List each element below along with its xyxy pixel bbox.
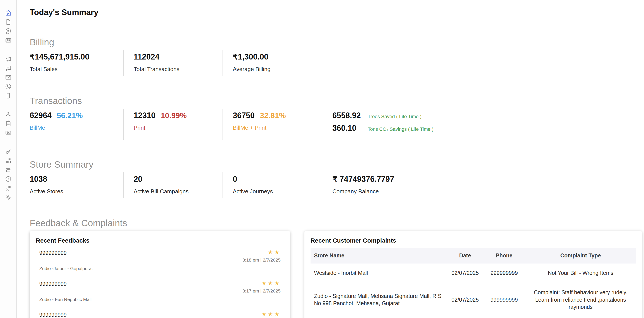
sidebar-item-mobile[interactable] <box>4 92 12 99</box>
feedback-complaints-section: Feedback & Complaints Recent Feedbacks 9… <box>30 218 644 318</box>
sidebar-item-settings[interactable] <box>4 193 12 201</box>
store-summary-section: Store Summary 1038 Active Stores 20 Acti… <box>30 159 644 198</box>
company-balance-stat: ₹ 74749376.7797 Company Balance <box>322 172 644 198</box>
star-rating-icon: ★★ <box>242 249 280 256</box>
star-rating-icon: ★★★ <box>242 280 280 287</box>
billme-print-percent: 32.81% <box>260 111 286 120</box>
average-billing-label: Average Billing <box>233 66 322 73</box>
total-transactions-stat: 112024 Total Transactions <box>124 50 222 76</box>
feedback-list-item: 999999999 - Zudio - Fun Republic Mall ★★… <box>36 276 284 307</box>
column-header-store-name: Store Name <box>310 248 447 264</box>
sidebar-item-campaigns[interactable] <box>4 55 12 63</box>
print-percent: 10.99% <box>161 111 187 120</box>
co2-savings-label: Tons CO₂ Savings ( Life Time ) <box>368 126 434 132</box>
star-rating-icon: ★★★ <box>242 311 280 318</box>
recent-complaints-card: Recent Customer Complaints Store Name Da… <box>304 231 642 318</box>
sidebar-item-home[interactable] <box>4 9 12 16</box>
sidebar <box>0 0 16 318</box>
trees-saved-value: 6558.92 <box>332 111 365 120</box>
billme-label[interactable]: BillMe <box>30 125 124 131</box>
total-sales-stat: ₹145,671,915.00 Total Sales <box>30 50 124 76</box>
page-title: Today's Summary <box>30 8 644 17</box>
complaint-type: Not Your Bill - Wrong Number <box>525 317 636 318</box>
total-sales-label: Total Sales <box>30 66 124 73</box>
mobile-phone-icon <box>5 92 12 99</box>
sidebar-item-stores[interactable] <box>4 166 12 173</box>
active-stores-label: Active Stores <box>30 188 124 195</box>
sidebar-item-contacts[interactable] <box>4 37 12 44</box>
coupon-ticket-icon <box>5 129 12 136</box>
active-stores-value: 1038 <box>30 174 124 184</box>
complaint-type: Not Your Bill - Wrong Items <box>525 264 636 283</box>
survey-clipboard-icon <box>5 120 12 127</box>
active-bill-campaigns-value: 20 <box>134 174 222 184</box>
billing-section: Billing ₹145,671,915.00 Total Sales 1120… <box>30 37 644 76</box>
column-header-complaint-type: Complaint Type <box>525 248 636 264</box>
active-bill-campaigns-stat: 20 Active Bill Campaigns <box>124 172 222 198</box>
active-journeys-value: 0 <box>233 174 322 184</box>
table-row: Westside - Light Ashirwad High Street 02… <box>310 317 636 318</box>
sidebar-item-media[interactable] <box>4 175 12 183</box>
sidebar-item-sms[interactable] <box>4 64 12 72</box>
feedback-meta: ★★ 3:18 pm | 2/7/2025 <box>242 249 280 263</box>
complaint-phone: 999999999 <box>483 317 526 318</box>
transactions-heading: Transactions <box>30 96 644 106</box>
company-balance-value: ₹ 74749376.7797 <box>332 174 644 184</box>
sidebar-item-integrations[interactable] <box>4 157 12 164</box>
transactions-section: Transactions 6296456.21% BillMe 1231010.… <box>30 96 644 140</box>
billing-stats-row: ₹145,671,915.00 Total Sales 112024 Total… <box>30 50 644 76</box>
transactions-stats-row: 6296456.21% BillMe 1231010.99% Print 367… <box>30 109 644 140</box>
feedback-chat-heart-icon <box>5 28 12 35</box>
print-transactions-stat: 1231010.99% Print <box>124 109 222 140</box>
total-sales-value: ₹145,671,915.00 <box>30 52 124 61</box>
complaint-phone: 999999999 <box>483 264 526 283</box>
sidebar-item-guide[interactable] <box>4 184 12 192</box>
table-row: Westside - Inorbit Mall 02/07/2025 99999… <box>310 264 636 283</box>
billme-print-label[interactable]: BillMe + Print <box>233 125 322 131</box>
complaint-store: Westside - Inorbit Mall <box>310 264 447 283</box>
total-transactions-label: Total Transactions <box>134 66 222 73</box>
print-label[interactable]: Print <box>134 125 222 131</box>
sidebar-item-feedback[interactable] <box>4 27 12 35</box>
sidebar-item-api-keys[interactable] <box>4 148 12 155</box>
store-icon <box>5 166 12 173</box>
sidebar-item-bills[interactable] <box>4 18 12 26</box>
billme-print-transactions-stat: 3675032.81% BillMe + Print <box>222 109 322 140</box>
column-header-date: Date <box>447 248 483 264</box>
recent-complaints-title: Recent Customer Complaints <box>310 237 636 244</box>
total-transactions-value: 112024 <box>134 52 222 61</box>
active-bill-campaigns-label: Active Bill Campaigns <box>134 188 222 195</box>
billme-percent: 56.21% <box>57 111 83 120</box>
whatsapp-icon <box>5 83 12 90</box>
billme-transactions-value: 6296456.21% <box>30 111 124 120</box>
home-icon <box>5 9 12 16</box>
trees-saved-row: 6558.92 Trees Saved ( Life Time ) <box>332 111 644 120</box>
complaint-date: 02/07/2025 <box>447 283 483 317</box>
store-summary-heading: Store Summary <box>30 159 644 170</box>
sidebar-item-whatsapp[interactable] <box>4 83 12 90</box>
complaint-date: 02/07/2025 <box>447 264 483 283</box>
main-content: Today's Summary Billing ₹145,671,915.00 … <box>16 0 644 318</box>
complaints-table-header-row: Store Name Date Phone Complaint Type <box>310 248 636 264</box>
feedback-timestamp: 3:18 pm | 2/7/2025 <box>242 257 280 263</box>
active-journeys-label: Active Journeys <box>233 188 322 195</box>
complaint-store: Zudio - Signature Mall, Mehsana Signatur… <box>310 283 447 317</box>
feedback-meta: ★★★ 3:17 pm | 2/7/2025 <box>242 280 280 294</box>
contact-card-icon <box>5 37 12 44</box>
sidebar-item-surveys[interactable] <box>4 120 12 127</box>
active-stores-stat: 1038 Active Stores <box>30 172 124 198</box>
megaphone-campaign-icon <box>5 56 12 63</box>
company-balance-label: Company Balance <box>332 188 644 195</box>
complaint-date: 02/07/2025 <box>447 317 483 318</box>
table-row: Zudio - Signature Mall, Mehsana Signatur… <box>310 283 636 317</box>
sidebar-item-coupons[interactable] <box>4 129 12 137</box>
average-billing-stat: ₹1,300.00 Average Billing <box>222 50 322 76</box>
feedback-timestamp: 3:17 pm | 2/7/2025 <box>242 288 280 294</box>
sms-chat-icon <box>5 65 12 72</box>
complaint-type: Complaint: Staff behaviour very rudely. … <box>525 283 636 317</box>
column-header-phone: Phone <box>483 248 526 264</box>
store-summary-stats-row: 1038 Active Stores 20 Active Bill Campai… <box>30 172 644 198</box>
billing-heading: Billing <box>30 37 644 47</box>
sidebar-item-journeys[interactable] <box>4 111 12 118</box>
sidebar-item-email[interactable] <box>4 74 12 81</box>
